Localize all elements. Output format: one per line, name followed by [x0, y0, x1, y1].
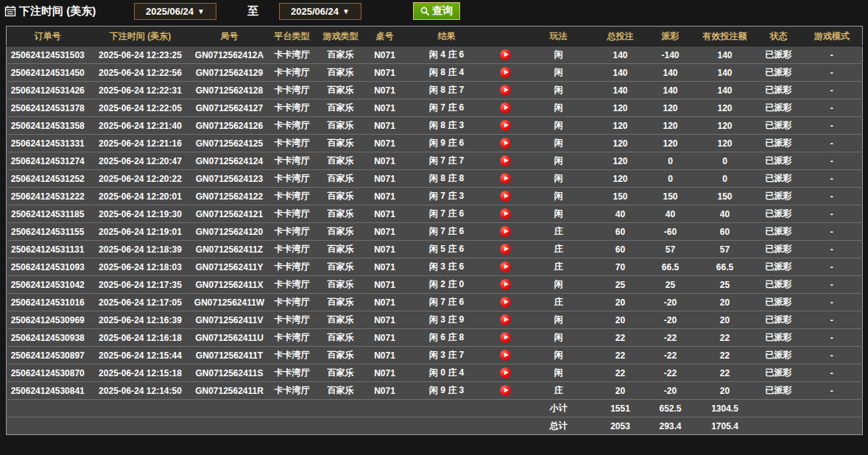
order-no-cell: 250624124530841 — [7, 382, 89, 400]
payout-cell: -20 — [647, 382, 694, 400]
bet-type-cell: 闲 — [523, 46, 594, 64]
result-cell: 闲 3 庄 9 — [406, 311, 488, 329]
date-from-select[interactable]: 2025/06/24 ▼ — [134, 3, 216, 20]
table-row: 2506241245313312025-06-24 12:21:16GN0712… — [7, 135, 863, 152]
platform-cell: 卡卡湾厅 — [267, 170, 317, 188]
play-replay-icon[interactable] — [500, 367, 511, 378]
table-row: 2506241245309382025-06-24 12:16:18GN0712… — [7, 329, 863, 347]
payout-cell: 140 — [647, 82, 694, 99]
replay-cell — [488, 188, 523, 205]
col-header-payout: 派彩 — [647, 27, 694, 46]
game-mode-cell: - — [802, 46, 863, 64]
play-replay-icon[interactable] — [500, 102, 511, 113]
game-type-cell: 百家乐 — [317, 135, 364, 152]
bet-time-cell: 2025-06-24 12:16:18 — [89, 329, 192, 347]
play-replay-icon[interactable] — [500, 297, 511, 308]
total-bet-cell: 20 — [594, 294, 647, 311]
table-no-cell: N071 — [364, 382, 406, 400]
table-no-cell: N071 — [364, 205, 406, 223]
payout-cell: 57 — [647, 241, 694, 258]
table-no-cell: N071 — [364, 311, 406, 329]
round-no-cell: GN07125624122 — [192, 188, 267, 205]
play-replay-icon[interactable] — [500, 385, 511, 396]
order-no-cell: 250624124531131 — [7, 241, 89, 258]
order-no-cell: 250624124531016 — [7, 294, 89, 311]
game-type-cell: 百家乐 — [317, 241, 364, 258]
valid-bet-cell: 60 — [694, 223, 756, 241]
payout-cell: 120 — [647, 135, 694, 152]
date-to-select[interactable]: 2025/06/24 ▼ — [279, 3, 361, 20]
result-cell: 闲 3 庄 6 — [406, 258, 488, 276]
round-no-cell: GN0712562411U — [192, 329, 267, 347]
table-row: 2506241245310162025-06-24 12:17:05GN0712… — [7, 294, 863, 311]
platform-cell: 卡卡湾厅 — [267, 364, 317, 382]
total-bet-cell: 20 — [594, 311, 647, 329]
game-mode-cell: - — [802, 170, 863, 188]
play-replay-icon[interactable] — [500, 85, 511, 96]
round-no-cell: GN07125624126 — [192, 117, 267, 135]
platform-cell: 卡卡湾厅 — [267, 382, 317, 400]
order-no-cell: 250624124531503 — [7, 46, 89, 64]
result-cell: 闲 7 庄 6 — [406, 223, 488, 241]
subtotal-valid-bet: 1304.5 — [694, 400, 756, 417]
total-bet-cell: 70 — [594, 258, 647, 276]
play-replay-icon[interactable] — [500, 67, 511, 78]
bet-type-cell: 闲 — [523, 276, 594, 294]
result-cell: 闲 8 庄 8 — [406, 170, 488, 188]
valid-bet-cell: 22 — [694, 364, 756, 382]
bet-time-cell: 2025-06-24 12:20:22 — [89, 170, 192, 188]
play-replay-icon[interactable] — [500, 261, 511, 272]
play-replay-icon[interactable] — [500, 226, 511, 237]
col-header-game-mode: 游戏模式 — [802, 27, 863, 46]
bet-time-filter-label: 下注时间 (美东) — [4, 4, 112, 18]
total-bet-cell: 22 — [594, 364, 647, 382]
play-replay-icon[interactable] — [500, 120, 511, 131]
platform-cell: 卡卡湾厅 — [267, 82, 317, 99]
total-bet-cell: 140 — [594, 82, 647, 99]
round-no-cell: GN07125624124 — [192, 152, 267, 170]
game-mode-cell: - — [802, 64, 863, 82]
play-replay-icon[interactable] — [500, 155, 511, 166]
platform-cell: 卡卡湾厅 — [267, 347, 317, 364]
replay-cell — [488, 46, 523, 64]
valid-bet-cell: 66.5 — [694, 258, 756, 276]
table-no-cell: N071 — [364, 294, 406, 311]
table-no-cell: N071 — [364, 223, 406, 241]
round-no-cell: GN07125624125 — [192, 135, 267, 152]
play-replay-icon[interactable] — [500, 314, 511, 325]
game-type-cell: 百家乐 — [317, 170, 364, 188]
order-no-cell: 250624124531155 — [7, 223, 89, 241]
total-bet-cell: 150 — [594, 188, 647, 205]
platform-cell: 卡卡湾厅 — [267, 188, 317, 205]
game-mode-cell: - — [802, 241, 863, 258]
col-header-order-no: 订单号 — [7, 27, 89, 46]
result-cell: 闲 7 庄 3 — [406, 188, 488, 205]
play-replay-icon[interactable] — [500, 191, 511, 202]
play-replay-icon[interactable] — [500, 138, 511, 149]
total-bet-cell: 40 — [594, 205, 647, 223]
play-replay-icon[interactable] — [500, 350, 511, 361]
valid-bet-cell: 20 — [694, 294, 756, 311]
status-cell: 已派彩 — [756, 347, 802, 364]
game-mode-cell: - — [802, 152, 863, 170]
game-type-cell: 百家乐 — [317, 329, 364, 347]
result-cell: 闲 3 庄 7 — [406, 347, 488, 364]
valid-bet-cell: 20 — [694, 382, 756, 400]
search-button[interactable]: 查询 — [413, 2, 460, 20]
play-replay-icon[interactable] — [500, 244, 511, 255]
game-type-cell: 百家乐 — [317, 82, 364, 99]
replay-cell — [488, 117, 523, 135]
result-cell: 闲 7 庄 6 — [406, 294, 488, 311]
status-cell: 已派彩 — [756, 258, 802, 276]
search-button-label: 查询 — [432, 4, 453, 18]
play-replay-icon[interactable] — [500, 173, 511, 184]
valid-bet-cell: 22 — [694, 329, 756, 347]
col-header-result: 结果 — [406, 27, 488, 46]
play-replay-icon[interactable] — [500, 332, 511, 343]
play-replay-icon[interactable] — [500, 279, 511, 290]
play-replay-icon[interactable] — [500, 208, 511, 219]
total-bet-cell: 22 — [594, 329, 647, 347]
play-replay-icon[interactable] — [500, 49, 511, 60]
table-row: 2506241245308412025-06-24 12:14:50GN0712… — [7, 382, 863, 400]
table-no-cell: N071 — [364, 135, 406, 152]
